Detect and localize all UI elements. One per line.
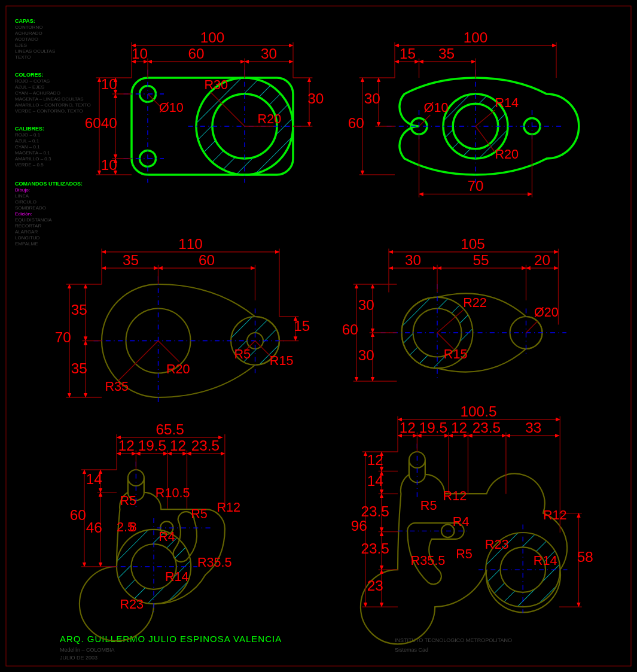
p5-la: 14	[86, 471, 102, 487]
footer-inst-b: Sistemas Cad	[395, 647, 428, 653]
cmd-e3: LONGITUD	[15, 235, 40, 241]
p6-b: 19.5	[419, 419, 447, 436]
col-0: ROJO – COTAS	[15, 78, 50, 84]
p5-d: 23.5	[191, 437, 220, 454]
cal-4: AMARILLO – 0.3	[15, 156, 51, 162]
cmd-e0: EQUIDISTANCIA	[15, 217, 52, 223]
p4-r22: R22	[463, 295, 487, 310]
p5-r23: R23	[120, 597, 144, 612]
footer-loc: Medellín – COLOMBIA	[60, 647, 115, 653]
p3-la: 35	[71, 302, 87, 318]
p4-lb: 30	[358, 347, 374, 363]
p3-a: 35	[123, 252, 139, 268]
p2-r20: R20	[495, 147, 519, 162]
p2-w: 100	[464, 29, 488, 45]
p1-la: 10	[101, 76, 117, 92]
p4-b: 55	[473, 252, 489, 268]
col-1: AZUL – EJES	[15, 84, 44, 90]
part-3: 110 35 60 70 35 35 15 R35 R20 R15 R5	[55, 236, 310, 406]
p6-r12: R12	[443, 488, 467, 503]
cmd-e1: RECORTAR	[15, 223, 41, 229]
p6-ld: 23.5	[361, 540, 389, 557]
p2-r14: R14	[495, 95, 519, 110]
cal-head: CALIBRES:	[15, 126, 44, 132]
col-5: VERDE – CONTORNO, TEXTO	[15, 108, 83, 114]
p5-b: 19.5	[138, 437, 166, 454]
p3-h: 70	[55, 329, 71, 345]
part-5: 65.5 12 19.5 12 23.5 60 14 46 2.5 8 R23 …	[70, 421, 240, 641]
p6-d: 23.5	[473, 419, 501, 436]
cmd-edicion: Edición:	[15, 211, 32, 217]
capas-5: TEXTO	[15, 54, 31, 60]
p6-w: 100.5	[461, 403, 497, 419]
p1-dc: 30	[261, 45, 277, 62]
colores-head: COLORES:	[15, 72, 44, 78]
cmd-e2: ALARGAR	[15, 229, 38, 235]
p5-lb: 46	[86, 519, 102, 536]
p1-r20: R20	[258, 111, 282, 126]
p2-la: 30	[364, 90, 380, 107]
capas-0: CONTORNO	[15, 25, 43, 30]
p2-a: 15	[400, 45, 416, 62]
p6-e: 33	[525, 419, 541, 436]
p6-lc: 23.5	[361, 503, 389, 519]
p5-r105: R10.5	[156, 485, 190, 500]
cmd-dibujo: Dibujo:	[15, 187, 30, 193]
p5-c: 12	[170, 437, 186, 454]
p3-b: 60	[199, 252, 215, 268]
svg-line-108	[526, 321, 538, 333]
p3-dr: 15	[294, 318, 310, 334]
p4-r15: R15	[444, 346, 468, 361]
p2-d10: Ø10	[424, 100, 449, 115]
cmd-d1: CIRCULO	[15, 199, 36, 205]
p1-h: 60	[85, 115, 101, 131]
p6-la: 12	[367, 452, 383, 468]
cmd-d0: LINEA	[15, 193, 29, 199]
p2-b: 35	[438, 45, 455, 62]
part-4: 105 30 55 20 60 30 30 R22 R15 Ø20	[342, 236, 566, 381]
p3-r20: R20	[166, 361, 190, 376]
footer-inst-a: INSTITUTO TECNOLOGICO METROPOLITANO	[395, 637, 512, 643]
capas-head: CAPAS:	[15, 18, 35, 24]
p6-r14: R14	[534, 553, 557, 568]
p5-w: 65.5	[156, 421, 184, 437]
part-2: 100 15 35 60 30 70 R14 R20 Ø10	[348, 29, 579, 197]
part-6: 100.5 12 19.5 12 23.5 33 96 12 14 23.5 2…	[351, 403, 593, 644]
p1-lc: 10	[101, 157, 117, 173]
col-4: AMARILLO – CONTORNO, TEXTO	[15, 102, 91, 108]
legend: CAPAS: CONTORNO ACHURADO ACOTADO EJES LI…	[15, 18, 91, 247]
svg-line-59	[419, 115, 431, 126]
p4-a: 30	[405, 252, 421, 268]
p6-a: 12	[400, 419, 416, 436]
p5-eb: 8	[130, 519, 137, 534]
p1-w: 100	[200, 29, 225, 45]
p5-r14: R14	[165, 569, 189, 584]
cal-0: ROJO – 0.1	[15, 132, 41, 138]
col-3: MAGENTA – LINEAS OCULTAS	[15, 96, 84, 102]
capas-4: LINEAS OCULTAS	[15, 48, 55, 54]
cal-5: VERDE – 0.5	[15, 162, 44, 168]
p3-lb: 35	[71, 360, 87, 376]
p5-r4: R4	[159, 529, 175, 544]
p6-h: 96	[351, 518, 367, 534]
capas-3: EJES	[15, 42, 27, 48]
footer: ARQ. GUILLERMO JULIO ESPINOSA VALENCIA M…	[60, 634, 512, 661]
p1-lb: 40	[101, 115, 117, 131]
p3-w: 110	[178, 236, 203, 252]
p6-r23: R23	[485, 537, 509, 552]
cal-3: MAGENTA – 0.1	[15, 150, 50, 156]
col-2: CYAN – ACHURADO	[15, 90, 60, 96]
footer-title: ARQ. GUILLERMO JULIO ESPINOSA VALENCIA	[60, 634, 282, 644]
cmd-e4: EMPALME	[15, 241, 38, 247]
p6-r4: R4	[453, 514, 470, 529]
p5-h: 60	[70, 507, 86, 523]
p1-db: 60	[188, 45, 204, 62]
p3-r5: R5	[234, 346, 251, 361]
svg-line-83	[159, 341, 179, 362]
part-1: 100 10 60 30 60 10 40 10 30 R30 R20 Ø10	[85, 29, 324, 183]
capas-2: ACOTADO	[15, 37, 38, 42]
p6-r12b: R12	[543, 507, 567, 522]
svg-line-57	[476, 110, 495, 126]
p4-la: 30	[358, 297, 374, 313]
p6-r355: R35.5	[411, 553, 446, 568]
